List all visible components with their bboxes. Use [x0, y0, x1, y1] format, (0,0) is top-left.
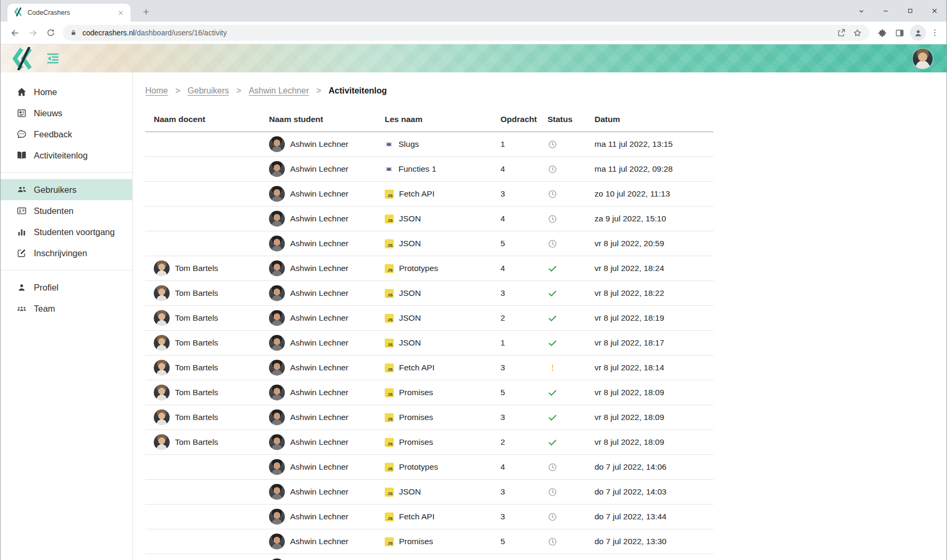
address-bar[interactable]: codecrashers.nl/dashboard/users/16/activ… [63, 25, 869, 41]
datum-cell: vr 8 jul 2022, 18:09 [586, 413, 713, 422]
student-cell: Ashwin Lechner [261, 509, 376, 525]
feedback-icon [16, 129, 27, 139]
javascript-icon: JS [385, 339, 394, 348]
breadcrumb-item[interactable]: Gebruikers [188, 86, 229, 96]
table-header: Naam docentNaam studentLes naamOpdrachtS… [145, 107, 713, 132]
datum-cell: do 7 jul 2022, 14:06 [586, 462, 713, 472]
lesson-name: JSON [399, 338, 421, 348]
back-button[interactable] [6, 24, 24, 42]
breadcrumb-item: Activiteitenlog [329, 86, 387, 96]
sidebar-collapse-button[interactable] [46, 52, 61, 66]
student-avatar [269, 385, 285, 400]
bookmark-star-button[interactable] [849, 25, 865, 41]
javascript-icon: JS [385, 512, 394, 521]
student-name: Ashwin Lechner [290, 537, 348, 546]
opdracht-cell: 4 [492, 214, 539, 223]
sidebar-item-activiteitenlog[interactable]: Activiteitenlog [1, 145, 132, 166]
maximize-button[interactable] [898, 0, 922, 22]
student-name: Ashwin Lechner [290, 512, 348, 521]
new-tab-button[interactable] [139, 5, 153, 18]
docent-avatar [154, 335, 170, 351]
datum-cell: do 7 jul 2022, 14:03 [586, 487, 713, 497]
tab-close-button[interactable] [115, 7, 126, 18]
reload-button[interactable] [42, 24, 60, 42]
browser-tab[interactable]: CodeCrashers [7, 4, 131, 22]
sidebar-item-nieuws[interactable]: Nieuws [1, 102, 132, 124]
lesson-name: JSON [399, 214, 421, 223]
side-panel-button[interactable] [890, 24, 908, 42]
student-cell: Ashwin Lechner [261, 285, 376, 301]
extensions-icon[interactable] [872, 24, 890, 42]
sidebar-item-studenten-voortgang[interactable]: Studenten voortgang [1, 221, 132, 242]
maximize-icon [906, 7, 914, 15]
sidebar-item-home[interactable]: Home [1, 81, 132, 102]
person-icon [16, 282, 27, 293]
sidebar-item-label: Studenten voortgang [34, 227, 115, 237]
sidebar-item-profiel[interactable]: Profiel [1, 277, 132, 298]
sidebar-item-label: Home [34, 87, 57, 97]
student-cell: Ashwin Lechner [261, 161, 376, 177]
docent-avatar [154, 260, 170, 276]
check-icon [547, 413, 558, 423]
minimize-button[interactable] [874, 0, 898, 22]
sidebar-item-team[interactable]: Team [1, 298, 132, 319]
plus-icon [142, 7, 151, 16]
student-avatar [269, 211, 285, 227]
sidebar-item-studenten[interactable]: Studenten [1, 200, 132, 221]
docent-name: Tom Bartels [175, 413, 218, 422]
breadcrumb-separator: > [175, 86, 180, 96]
sidebar-item-inschrijvingen[interactable]: Inschrijvingen [1, 242, 132, 264]
docent-avatar [154, 310, 170, 326]
table-row: Ashwin LechnerSlugs1ma 11 jul 2022, 13:1… [145, 132, 713, 157]
docent-avatar [154, 385, 170, 400]
share-button[interactable] [833, 25, 849, 41]
docent-name: Tom Bartels [175, 313, 218, 323]
status-cell [539, 437, 586, 447]
docent-avatar [154, 409, 170, 425]
datum-cell: vr 8 jul 2022, 18:09 [586, 437, 713, 447]
window-close-button[interactable] [922, 0, 946, 22]
browser-menu-button[interactable] [927, 24, 942, 42]
app-logo[interactable] [11, 47, 35, 70]
column-header: Datum [586, 115, 713, 124]
star-icon [852, 28, 862, 38]
forward-button[interactable] [24, 24, 42, 42]
docent-cell: Tom Bartels [145, 360, 261, 376]
lock-icon[interactable] [70, 29, 77, 36]
student-cell: Ashwin Lechner [261, 211, 376, 227]
docent-avatar [154, 434, 170, 450]
status-cell [539, 264, 586, 274]
profile-icon [913, 28, 923, 38]
docent-cell: Tom Bartels [145, 335, 261, 351]
back-icon [10, 28, 20, 38]
table-row: Ashwin LechnerJSFetch API3zo 10 jul 2022… [145, 182, 713, 207]
sidebar-item-feedback[interactable]: Feedback [1, 124, 132, 145]
sidebar-item-gebruikers[interactable]: Gebruikers [1, 179, 132, 200]
opdracht-cell: 2 [492, 313, 539, 323]
lesson-name: Slugs [398, 139, 419, 149]
table-row: Tom BartelsAshwin LechnerJSPrototypes4vr… [145, 256, 713, 281]
docent-cell: Tom Bartels [145, 409, 261, 425]
breadcrumb-item[interactable]: Ashwin Lechner [249, 86, 309, 96]
browser-profile-button[interactable] [910, 25, 926, 41]
student-name: Ashwin Lechner [290, 363, 348, 372]
chart-icon [16, 227, 27, 237]
student-avatar [269, 335, 285, 351]
breadcrumb-separator: > [316, 86, 321, 96]
docent-cell: Tom Bartels [145, 285, 261, 301]
users-icon [16, 184, 27, 195]
share-icon [837, 28, 846, 38]
lesson-name: Fetch API [399, 363, 434, 372]
breadcrumb-item[interactable]: Home [145, 86, 168, 96]
idcard-icon [16, 206, 27, 216]
status-cell [539, 288, 586, 298]
student-cell: Ashwin Lechner [261, 459, 376, 475]
opdracht-cell: 5 [492, 239, 539, 248]
tab-search-button[interactable] [849, 0, 874, 22]
status-cell [539, 462, 586, 472]
status-cell [539, 363, 586, 373]
user-avatar[interactable] [913, 49, 933, 69]
docent-name: Tom Bartels [175, 388, 218, 397]
url-path: /dashboard/users/16/activity [135, 29, 227, 37]
column-header: Opdracht [492, 115, 539, 124]
